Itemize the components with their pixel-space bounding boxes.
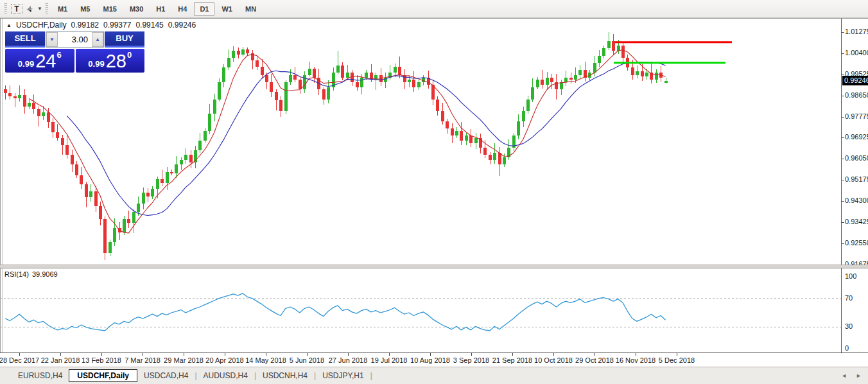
candle-body (465, 135, 468, 141)
ohlc-close: 0.99246 (168, 21, 196, 30)
volume-increase-button[interactable]: ▲ (92, 32, 103, 47)
candle-body (564, 78, 568, 83)
time-axis-tick (184, 353, 184, 356)
candle-body (560, 82, 563, 89)
tab-scroll-left-icon[interactable]: ◄ (841, 372, 847, 379)
candle-body (546, 78, 549, 85)
candle-body (75, 164, 78, 175)
chart-tab-audusd-h4[interactable]: AUDUSD,H4 (197, 369, 254, 382)
tab-scroll-right-icon[interactable]: ► (856, 372, 862, 379)
candle-body (441, 111, 444, 121)
candle-body (327, 87, 330, 100)
candle-body (99, 206, 102, 220)
candle-body (51, 122, 55, 132)
timeframe-button-w1[interactable]: W1 (216, 2, 238, 16)
dropdown-caret-icon: ▼ (37, 6, 42, 12)
candle-body (213, 100, 216, 114)
rsi-axis[interactable]: 10070300 (841, 268, 868, 353)
time-axis-tick (430, 353, 431, 356)
candle-body (351, 73, 354, 82)
toolbar-grip[interactable] (4, 3, 7, 15)
rsi-axis-label: 0 (845, 344, 849, 352)
volume-decrease-button[interactable]: ▼ (46, 32, 58, 47)
timeframe-button-d1[interactable]: D1 (194, 2, 214, 16)
sell-button[interactable]: SELL (5, 31, 45, 48)
candle-body (208, 114, 211, 130)
toolbar-grip-2[interactable] (45, 3, 48, 15)
candle-body (184, 155, 187, 160)
candle-body (498, 153, 501, 165)
chart-tab-usdchf-daily[interactable]: USDCHF,Daily (69, 369, 137, 382)
candle-body (602, 48, 605, 55)
chart-tab-usdjpy-h1[interactable]: USDJPY,H1 (316, 369, 370, 382)
candle-body (284, 82, 288, 111)
spin-up-icon: ▲ (95, 37, 100, 42)
candle-body (56, 132, 59, 138)
timeframe-button-m15[interactable]: M15 (97, 2, 122, 16)
date-label: 13 Feb 2018 (82, 356, 121, 364)
price-axis-label: 1.01275 (845, 28, 868, 35)
candle-body (289, 75, 292, 82)
chart-window: ▲ USDCHF,Daily 0.99182 0.99377 0.99145 0… (0, 18, 868, 367)
cursor-arrows-button[interactable]: ▼ (25, 2, 42, 16)
date-label: 22 Jan 2018 (41, 356, 80, 364)
candle-body (356, 82, 359, 87)
candle-body (256, 60, 259, 66)
candle-body (270, 82, 273, 92)
candle-body (607, 41, 611, 48)
candle-body (417, 82, 421, 87)
timeframe-button-m1[interactable]: M1 (52, 2, 73, 16)
date-label: 20 Apr 2018 (205, 356, 243, 364)
sell-price-small: 0.99 (18, 59, 34, 69)
collapse-triangle-icon[interactable]: ▲ (6, 22, 12, 28)
candle-body (198, 141, 202, 150)
rsi-name: RSI(14) (4, 270, 29, 278)
candle-body (218, 82, 221, 99)
candle-body (170, 172, 173, 173)
candle-body (146, 193, 150, 196)
timeframe-button-h1[interactable]: H1 (150, 2, 171, 16)
candle-body (531, 87, 534, 100)
tab-separator: | (370, 371, 372, 380)
date-label: 7 Mar 2018 (125, 356, 161, 364)
price-axis-label: 1.00400 (845, 49, 868, 57)
time-axis-tick (101, 353, 102, 356)
timeframe-button-m30[interactable]: M30 (124, 2, 149, 16)
volume-field[interactable]: 3.00 (58, 32, 92, 47)
candle-body (293, 75, 297, 80)
timeframe-button-m5[interactable]: M5 (74, 2, 96, 16)
candle-body (237, 51, 240, 55)
sell-price-box[interactable]: 0.99 24 6 (5, 49, 74, 73)
date-label: 19 Jul 2018 (371, 356, 408, 364)
timeframe-button-mn[interactable]: MN (239, 2, 262, 16)
candle-body (360, 78, 363, 87)
price-axis-label: 0.92550 (845, 239, 868, 247)
candle-body (127, 219, 130, 223)
buy-price-sup: 0 (127, 50, 132, 60)
text-label-tool-button[interactable]: T (10, 2, 24, 16)
candle-body (612, 41, 615, 51)
slow-ma-line[interactable] (67, 62, 665, 216)
rsi-canvas[interactable] (0, 268, 841, 353)
candle-body (394, 67, 397, 73)
buy-button[interactable]: BUY (105, 31, 144, 48)
price-axis[interactable]: 1.012751.004000.995250.986500.977750.969… (841, 19, 868, 265)
date-label: 29 Oct 2018 (575, 356, 614, 364)
chart-tab-usdcad-h4[interactable]: USDCAD,H4 (137, 369, 195, 382)
candle-body (103, 219, 107, 253)
candle-body (108, 242, 112, 253)
candle-body (47, 112, 50, 122)
timeframe-button-h4[interactable]: H4 (172, 2, 193, 16)
time-axis[interactable]: 28 Dec 201722 Jan 201813 Feb 20187 Mar 2… (0, 353, 868, 367)
buy-price-box[interactable]: 0.99 28 0 (76, 49, 145, 73)
ohlc-low: 0.99145 (135, 21, 163, 30)
tab-scroll-buttons: ◄ ► (841, 372, 862, 379)
candle-body (4, 89, 7, 93)
trading-platform-window: T ▼ M1M5M15M30H1H4D1W1MN ▲ USDCHF,Daily … (0, 0, 868, 384)
candle-body (80, 175, 83, 184)
chart-tab-usdcnh-h4[interactable]: USDCNH,H4 (256, 369, 314, 382)
chart-tab-eurusd-h4[interactable]: EURUSD,H4 (12, 369, 69, 382)
candle-body (474, 138, 478, 143)
time-axis-tick (266, 353, 266, 356)
candle-body (132, 212, 135, 223)
